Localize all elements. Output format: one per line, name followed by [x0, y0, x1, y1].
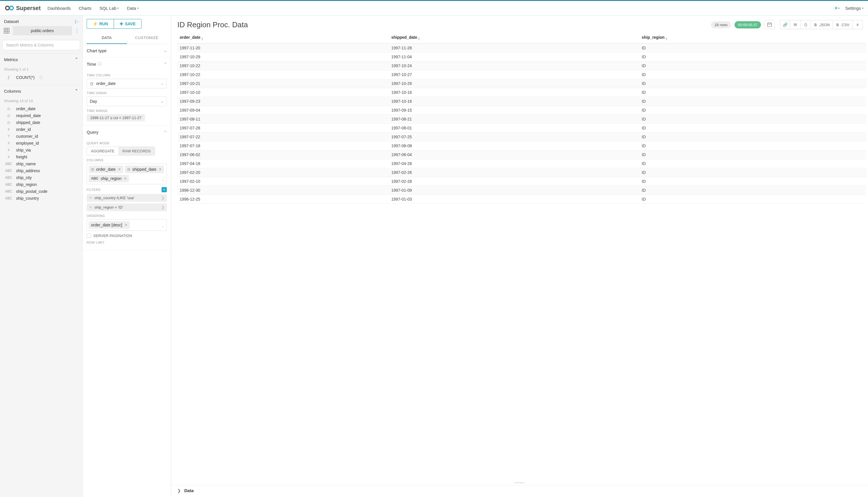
time-range-pill[interactable]: 1996-11-27 ≤ col < 1997-11-27: [87, 114, 145, 122]
column-chip[interactable]: ABCship_region✕: [89, 175, 129, 182]
column-item[interactable]: ABCship_name: [3, 160, 79, 167]
column-chip[interactable]: ◷shipped_date✕: [125, 166, 164, 173]
calendar-icon[interactable]: [765, 20, 775, 29]
chart-type-section[interactable]: Chart type ⌄: [83, 44, 171, 57]
data-drawer-toggle[interactable]: ❯ Data: [171, 485, 868, 497]
svg-rect-7: [768, 23, 772, 27]
ordering-select[interactable]: order_date [desc] ✕ ⌄: [87, 219, 167, 231]
add-filter-button[interactable]: +: [162, 187, 167, 192]
column-item[interactable]: ABCship_region: [3, 181, 79, 188]
table-cell: 1997-10-29: [389, 79, 640, 88]
nav-charts[interactable]: Charts: [79, 6, 91, 11]
query-mode-aggregate[interactable]: AGGREGATE: [87, 147, 118, 155]
columns-section-header[interactable]: Columns ⌃: [0, 85, 82, 97]
filter-pill[interactable]: ✕ship_region = 'ID'❯: [87, 203, 167, 211]
remove-icon[interactable]: ✕: [89, 196, 92, 200]
column-item[interactable]: #employee_id: [3, 140, 79, 147]
table-row: 1997-04-181997-04-28ID: [177, 159, 866, 168]
copy-link-button[interactable]: 🔗: [780, 20, 790, 29]
metrics-section-header[interactable]: Metrics ⌃: [0, 53, 82, 66]
table-cell: 1997-09-23: [177, 97, 389, 106]
remove-icon[interactable]: ✕: [125, 223, 127, 227]
columns-chips-box[interactable]: ◷order_date✕◷shipped_date✕ABCship_region…: [87, 164, 167, 184]
table-header[interactable]: ship_region▴▾: [640, 32, 866, 44]
column-item[interactable]: #ship_via: [3, 147, 79, 154]
column-item[interactable]: #order_id: [3, 126, 79, 133]
remove-icon[interactable]: ✕: [124, 176, 127, 181]
plus-icon: +: [835, 5, 838, 11]
plus-circle-icon: ✚: [120, 22, 123, 26]
nav-dashboards[interactable]: Dashboards: [48, 6, 71, 11]
remove-icon[interactable]: ✕: [118, 167, 121, 171]
filter-pill[interactable]: ✕ship_country ILIKE 'usa'❯: [87, 194, 167, 202]
table-cell: 1997-02-26: [389, 168, 640, 177]
column-item[interactable]: ABCship_country: [3, 195, 79, 202]
dataset-more-icon[interactable]: ⋮: [74, 28, 80, 34]
embed-button[interactable]: ⟨⟩: [800, 20, 811, 29]
nav-sqllab[interactable]: SQL Lab▾: [100, 6, 119, 11]
table-row: 1997-08-111997-08-21ID: [177, 115, 866, 124]
table-header[interactable]: shipped_date▴▾: [389, 32, 640, 44]
chip-label: ship_region: [101, 176, 122, 181]
export-csv-button[interactable]: 🗎.CSV: [833, 20, 853, 29]
text-type-icon: ABC: [4, 183, 13, 186]
svg-point-0: [6, 6, 10, 10]
table-cell: ID: [640, 177, 866, 186]
column-item[interactable]: #freight: [3, 154, 79, 160]
tab-data[interactable]: DATA: [87, 32, 127, 44]
column-chip[interactable]: ◷order_date✕: [89, 166, 123, 173]
chevron-down-icon: ⌄: [161, 99, 164, 103]
save-button[interactable]: ✚ SAVE: [114, 19, 141, 29]
dataset-name[interactable]: public.orders: [13, 26, 72, 35]
run-button[interactable]: ⚡ RUN: [87, 19, 114, 29]
time-section[interactable]: Timeⓘ ⌃: [83, 57, 171, 71]
time-column-select[interactable]: ◷ order_date ⌄: [87, 79, 167, 88]
email-button[interactable]: ✉: [790, 20, 800, 29]
table-cell: 1997-11-20: [177, 44, 389, 53]
table-header[interactable]: order_date▴▾: [177, 32, 389, 44]
query-mode-toggle: AGGREGATE RAW RECORDS: [87, 147, 155, 156]
brand-logo[interactable]: Superset: [4, 5, 41, 12]
table-row: 1997-11-201997-11-28ID: [177, 44, 866, 53]
new-button[interactable]: + ▾: [835, 5, 840, 11]
table-row: 1997-06-021997-06-04ID: [177, 150, 866, 159]
table-cell: 1997-09-04: [177, 106, 389, 115]
metric-item[interactable]: ƒ COUNT(*) ⓘ: [3, 74, 79, 81]
chart-title[interactable]: ID Region Proc. Data: [177, 20, 708, 29]
column-name: employee_id: [16, 141, 39, 145]
more-actions-button[interactable]: ≡: [853, 20, 863, 29]
column-item[interactable]: ?customer_id: [3, 133, 79, 140]
table-cell: 1997-02-20: [177, 168, 389, 177]
query-mode-raw[interactable]: RAW RECORDS: [118, 147, 154, 155]
column-item[interactable]: ◷order_date: [3, 105, 79, 112]
metrics-showing-count: Showing 1 of 1: [0, 66, 82, 74]
column-item[interactable]: ABCship_address: [3, 167, 79, 174]
column-item[interactable]: ◷required_date: [3, 112, 79, 119]
server-pagination-checkbox[interactable]: SERVER PAGINATION: [87, 233, 167, 238]
resize-handle[interactable]: [171, 480, 868, 485]
table-row: 1997-02-201997-02-26ID: [177, 168, 866, 177]
table-cell: 1997-04-18: [177, 159, 389, 168]
table-cell: 1997-10-16: [389, 88, 640, 97]
query-section[interactable]: Query ⌃: [83, 126, 171, 139]
table-cell: ID: [640, 159, 866, 168]
chevron-right-icon: ❯: [177, 488, 181, 493]
time-grain-select[interactable]: Day ⌄: [87, 96, 167, 106]
table-cell: ID: [640, 88, 866, 97]
nav-data[interactable]: Data▾: [127, 6, 139, 11]
nav-settings[interactable]: Settings▾: [845, 6, 864, 11]
tab-customize[interactable]: CUSTOMIZE: [127, 32, 167, 44]
clock-icon: ◷: [4, 114, 13, 118]
column-item[interactable]: ABCship_postal_code: [3, 188, 79, 195]
ordering-chip[interactable]: order_date [desc] ✕: [89, 221, 130, 229]
columns-showing-count: Showing 14 of 14: [0, 97, 82, 105]
column-item[interactable]: ABCship_city: [3, 174, 79, 181]
chart-panel: ID Region Proc. Data 18 rows 00:00:05.57…: [171, 15, 868, 497]
remove-icon[interactable]: ✕: [159, 167, 162, 171]
column-item[interactable]: ◷shipped_date: [3, 119, 79, 126]
collapse-panel-icon[interactable]: |←: [75, 19, 80, 24]
time-grain-label: TIME GRAIN: [87, 91, 167, 95]
search-metrics-columns-input[interactable]: [2, 40, 80, 50]
remove-icon[interactable]: ✕: [89, 205, 92, 210]
export-json-button[interactable]: 🗎.JSON: [811, 20, 833, 29]
